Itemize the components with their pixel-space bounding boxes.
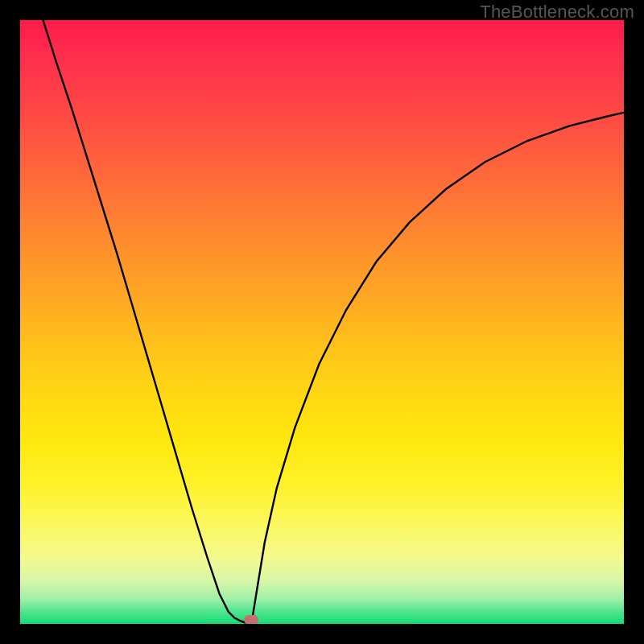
bottleneck-curve bbox=[20, 20, 624, 624]
optimal-marker bbox=[244, 615, 258, 624]
chart-plot-area bbox=[20, 20, 624, 624]
